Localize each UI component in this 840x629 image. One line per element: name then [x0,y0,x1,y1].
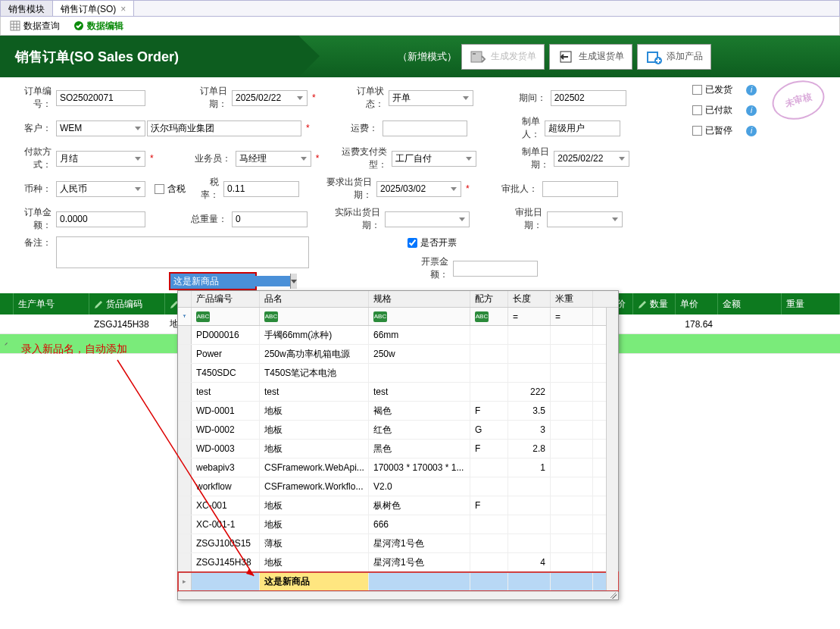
dropdown-row[interactable]: WD-0003地板黑色F2.8 [178,440,618,458]
text-filter-icon[interactable]: ABC [196,311,210,322]
dropdown-row[interactable]: Power250w高功率机箱电源250w [178,345,618,364]
info-icon[interactable]: i [746,105,757,116]
invoice-amount-input[interactable] [453,261,538,277]
page-title: 销售订单(SO Sales Order) [15,48,179,66]
chevron-down-icon [291,280,297,283]
shipment-icon [470,49,486,65]
create-date-input[interactable] [554,151,629,167]
creator-input[interactable] [545,120,620,136]
period-input[interactable] [551,90,626,106]
dropdown-row[interactable]: WD-0002地板红色G3 [178,421,618,440]
status-checks: 已发货i 已付款i 已暂停i [692,83,757,145]
paid-checkbox[interactable] [692,105,702,115]
order-form: 未审核 已发货i 已付款i 已暂停i 订单编号： 订单日期：* 订单状态： 期间… [0,77,840,293]
actual-ship-date-input[interactable] [385,211,470,227]
sub-tabs: 数据查询 数据编辑 [0,17,840,36]
salesman-select[interactable] [236,151,311,167]
customer-name-input[interactable] [147,120,301,136]
gen-return-button[interactable]: 生成退货单 [549,44,632,70]
invoice-checkbox[interactable] [408,238,417,248]
dropdown-row[interactable]: XC-001-1地板666 [178,515,618,534]
edit-icon [94,299,104,309]
order-status-select[interactable] [389,90,473,106]
freight-pay-select[interactable] [392,151,476,167]
pencil-icon [5,342,8,346]
info-icon[interactable]: i [746,126,757,136]
dropdown-button[interactable] [290,274,297,289]
annotation-text: 录入新品名，自动添加 [21,343,127,356]
tab-sales-order[interactable]: 销售订单(SO)× [53,1,134,16]
dropdown-row[interactable]: XC-001地板枞树色F [178,496,618,515]
text-filter-icon[interactable]: ABC [475,311,489,322]
add-product-button[interactable]: 添加产品 [637,44,711,70]
dropdown-row[interactable]: ZSGJ145H38地板星河湾1号色4 [178,553,618,572]
text-filter-icon[interactable]: ABC [373,311,387,322]
approver-input[interactable] [542,181,618,197]
dropdown-row[interactable]: webapiv3CSFramework.WebApi...170003 * 17… [178,458,618,477]
dropdown-row[interactable]: ZSGJ100S15薄板星河湾1号色 [178,534,618,553]
pay-method-select[interactable] [56,151,145,167]
dropdown-row[interactable]: ▸这是新商品 [178,572,618,591]
req-ship-date-input[interactable] [376,181,461,197]
scrollbar[interactable] [606,308,618,590]
order-amount-input[interactable] [56,211,145,227]
order-no-input[interactable] [56,90,145,106]
tab-sales-module[interactable]: 销售模块 [1,1,53,16]
grid-icon [10,20,20,31]
close-icon[interactable]: × [120,4,126,14]
svg-rect-0 [11,21,20,30]
approve-date-input[interactable] [547,211,623,227]
paused-checkbox[interactable] [692,126,702,136]
module-tabs: 销售模块 销售订单(SO)× [0,0,840,17]
mode-label: （新增模式） [398,50,457,64]
customer-code-input[interactable] [56,120,145,136]
subtab-query[interactable]: 数据查询 [4,17,66,35]
page-header: 销售订单(SO Sales Order) （新增模式） 生成发货单 生成退货单 … [0,36,840,77]
freight-input[interactable] [383,120,467,136]
total-weight-input[interactable] [232,211,308,227]
dropdown-row[interactable]: workflowCSFramework.Workflo...V2.0 [178,477,618,496]
currency-select[interactable] [56,181,145,197]
dropdown-row[interactable]: T450SDCT450S笔记本电池 [178,364,618,383]
return-icon [557,49,574,65]
shipped-checkbox[interactable] [692,85,702,95]
svg-rect-7 [473,53,476,55]
subtab-edit[interactable]: 数据编辑 [67,17,130,35]
product-dropdown: 产品编号 品名 规格 配方 长度 米重 ABC ABC ABC ABC = = … [177,290,619,600]
item-name-cell-input[interactable] [170,276,290,286]
order-date-input[interactable] [232,90,308,106]
dropdown-row[interactable]: WD-0001地板褐色F3.5 [178,402,618,421]
tax-incl-checkbox[interactable] [155,184,164,194]
filter-icon[interactable] [183,312,186,321]
gen-shipment-button[interactable]: 生成发货单 [461,44,545,70]
dropdown-filter-row: ABC ABC ABC ABC = = [178,308,618,326]
resize-handle[interactable] [178,591,618,599]
dropdown-header: 产品编号 品名 规格 配方 长度 米重 [178,291,618,308]
item-name-edit-cell[interactable] [169,272,257,290]
dropdown-row[interactable]: testtesttest222 [178,383,618,402]
info-icon[interactable]: i [746,85,757,95]
tax-rate-input[interactable] [223,181,299,197]
dropdown-row[interactable]: PD000016手镯66mm(冰种)66mm [178,326,618,345]
remark-textarea[interactable] [56,236,309,268]
edit-icon [73,20,84,31]
text-filter-icon[interactable]: ABC [264,311,278,322]
add-product-icon [645,49,662,65]
